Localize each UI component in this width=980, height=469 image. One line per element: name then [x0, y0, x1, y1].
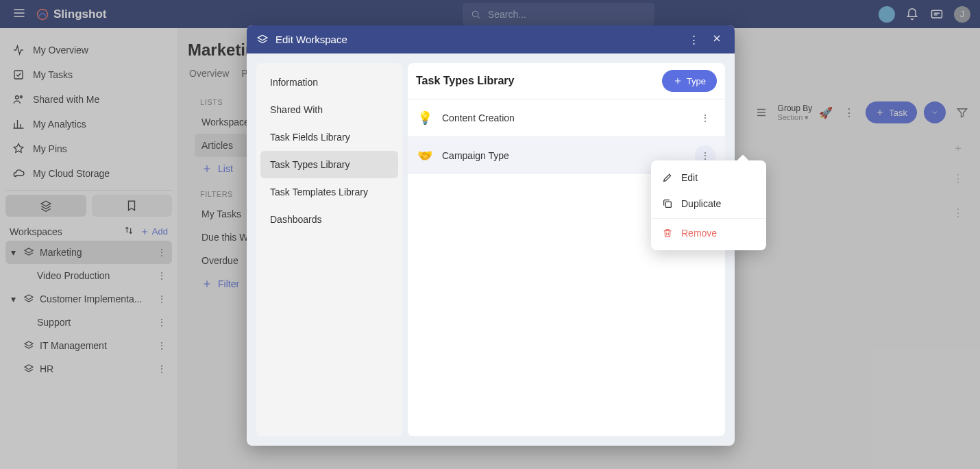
- task-type-label: Content Creation: [442, 112, 515, 123]
- task-type-more-button[interactable]: ⋮: [695, 108, 715, 128]
- modal-header: Edit Workspace ⋮: [247, 25, 735, 53]
- context-menu: Edit Duplicate Remove: [651, 160, 766, 250]
- task-type-label: Campaign Type: [442, 150, 509, 161]
- layers-icon: [256, 34, 269, 46]
- svg-rect-6: [665, 202, 671, 207]
- modal-nav-task-fields[interactable]: Task Fields Library: [260, 123, 398, 151]
- close-icon[interactable]: [709, 30, 725, 49]
- modal-nav-shared-with[interactable]: Shared With: [260, 96, 398, 123]
- modal-nav-dashboards[interactable]: Dashboards: [260, 206, 398, 233]
- add-type-button[interactable]: Type: [662, 70, 717, 92]
- handshake-icon: 🤝: [417, 148, 432, 163]
- context-edit[interactable]: Edit: [651, 165, 766, 191]
- task-types-title: Task Types Library: [416, 75, 514, 87]
- modal-sidebar: Information Shared With Task Fields Libr…: [256, 63, 402, 436]
- trash-icon: [662, 228, 673, 239]
- pencil-icon: [662, 172, 673, 183]
- context-remove[interactable]: Remove: [651, 220, 766, 246]
- modal-more-icon[interactable]: ⋮: [686, 31, 702, 49]
- modal-nav-task-templates[interactable]: Task Templates Library: [260, 178, 398, 206]
- modal-title: Edit Workspace: [275, 34, 347, 45]
- lightbulb-icon: 💡: [417, 110, 432, 125]
- duplicate-icon: [662, 198, 673, 209]
- modal-nav-information[interactable]: Information: [260, 69, 398, 96]
- context-duplicate[interactable]: Duplicate: [651, 191, 766, 217]
- modal-nav-task-types[interactable]: Task Types Library: [260, 151, 398, 178]
- task-type-row[interactable]: 💡 Content Creation ⋮: [408, 99, 725, 136]
